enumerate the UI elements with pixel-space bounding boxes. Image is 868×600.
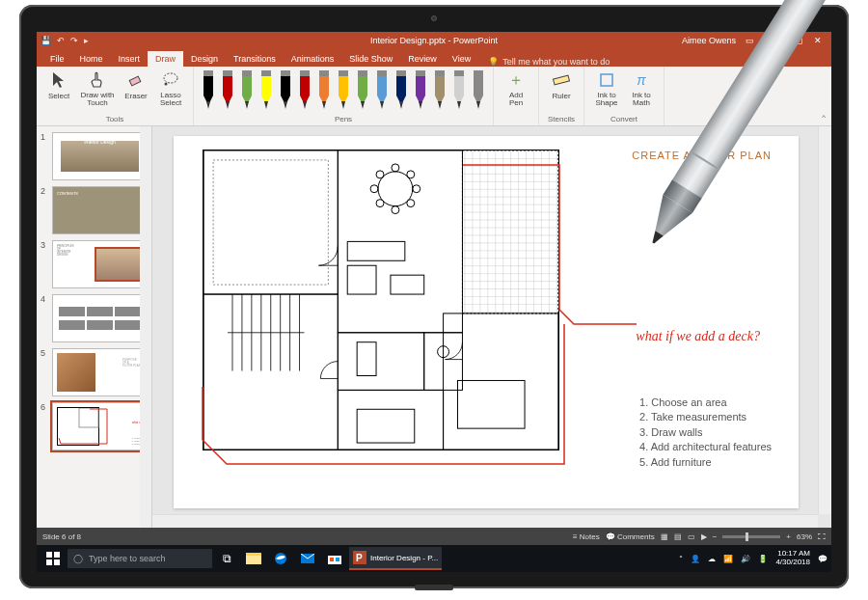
- pen-swatch[interactable]: [219, 70, 236, 109]
- svg-rect-40: [435, 70, 445, 76]
- svg-rect-0: [129, 76, 141, 86]
- view-normal-icon[interactable]: ▦: [661, 532, 668, 541]
- eraser-button[interactable]: Eraser: [120, 68, 152, 109]
- svg-rect-88: [54, 552, 60, 558]
- svg-marker-17: [284, 101, 287, 109]
- comments-button[interactable]: 💬 Comments: [606, 532, 655, 541]
- ruler-button[interactable]: Ruler: [545, 68, 578, 102]
- slide-thumbnail[interactable]: 6what if...1. Choose2. Take3. Draw: [41, 402, 148, 450]
- slide-thumbnail[interactable]: 5PURPOSEOF AFLOOR PLAN: [41, 348, 148, 396]
- slide-thumbnail[interactable]: 2CONTENTS: [41, 186, 148, 234]
- tab-slideshow[interactable]: Slide Show: [341, 51, 400, 67]
- windows-hardware-button[interactable]: [415, 585, 453, 590]
- eraser-label: Eraser: [124, 92, 148, 100]
- pen-swatch[interactable]: [200, 70, 217, 109]
- title-bar: 💾 ↶ ↷ ▸ Interior Design.pptx - PowerPoin…: [37, 32, 831, 49]
- edge-icon[interactable]: [268, 547, 293, 570]
- undo-icon[interactable]: ↶: [57, 36, 65, 45]
- vertical-scrollbar[interactable]: [818, 126, 831, 514]
- step-item: 4. Add architectural features: [639, 440, 772, 454]
- tab-review[interactable]: Review: [400, 51, 445, 67]
- battery-icon[interactable]: 🔋: [758, 555, 768, 563]
- tab-view[interactable]: View: [445, 51, 478, 67]
- volume-icon[interactable]: 🔊: [741, 555, 750, 563]
- slide-thumbnail[interactable]: 1Interior Design: [41, 132, 148, 180]
- pen-swatch[interactable]: [277, 70, 294, 109]
- zoom-slider[interactable]: [722, 535, 780, 538]
- pen-swatch[interactable]: [335, 70, 352, 109]
- task-view-icon[interactable]: ⧉: [214, 547, 239, 570]
- ink-to-shape-button[interactable]: Ink to Shape: [590, 68, 623, 109]
- svg-marker-11: [245, 101, 249, 109]
- tab-transitions[interactable]: Transitions: [226, 51, 284, 67]
- ribbon-options-icon[interactable]: ▭: [746, 36, 754, 45]
- zoom-level[interactable]: 63%: [797, 532, 812, 541]
- taskbar-app-powerpoint[interactable]: P Interior Design - P...: [349, 547, 442, 570]
- pen-swatch[interactable]: [238, 70, 256, 109]
- pen-swatch[interactable]: [393, 70, 410, 109]
- start-button[interactable]: [41, 547, 66, 570]
- slide-thumbnail[interactable]: 3PRINCIPLESOFINTERIORDESIGN: [41, 240, 148, 288]
- add-pen-button[interactable]: ＋ Add Pen: [500, 68, 532, 109]
- pen-swatch[interactable]: [258, 70, 275, 109]
- tab-home[interactable]: Home: [72, 51, 111, 67]
- fit-window-icon[interactable]: ⛶: [818, 532, 826, 541]
- thumbnail-scrollbar[interactable]: [140, 126, 151, 528]
- wifi-icon[interactable]: 📶: [723, 555, 733, 563]
- zoom-in-icon[interactable]: +: [786, 532, 791, 541]
- lasso-button[interactable]: Lasso Select: [154, 68, 187, 109]
- select-button[interactable]: Select: [42, 68, 75, 109]
- clock-date: 4/30/2018: [775, 559, 810, 567]
- pen-swatch[interactable]: [431, 70, 448, 109]
- redo-icon[interactable]: ↷: [70, 36, 78, 45]
- system-clock[interactable]: 10:17 AM 4/30/2018: [775, 550, 810, 567]
- slideshow-icon[interactable]: ▸: [84, 36, 89, 45]
- mail-icon[interactable]: [295, 547, 320, 570]
- slide-thumbnails[interactable]: 1Interior Design2CONTENTS3PRINCIPLESOFIN…: [37, 126, 152, 528]
- tab-insert[interactable]: Insert: [111, 51, 149, 67]
- zoom-out-icon[interactable]: −: [713, 532, 718, 541]
- tray-up-icon[interactable]: ˄: [679, 555, 683, 563]
- tab-design[interactable]: Design: [183, 51, 226, 67]
- svg-point-1: [164, 73, 177, 83]
- pen-swatch[interactable]: [296, 70, 313, 109]
- pen-swatch[interactable]: [412, 70, 429, 109]
- svg-rect-82: [338, 390, 443, 450]
- slide-canvas[interactable]: CREATE A FLOOR PLAN: [174, 136, 799, 508]
- window-title: Interior Design.pptx - PowerPoint: [370, 36, 498, 45]
- action-center-icon[interactable]: 💬: [818, 555, 827, 563]
- view-sorter-icon[interactable]: ▤: [674, 532, 682, 541]
- svg-marker-24: [339, 74, 348, 105]
- taskbar-search[interactable]: ◯ Type here to search: [68, 549, 212, 568]
- tell-me-search[interactable]: 💡 Tell me what you want to do: [488, 57, 610, 67]
- tab-animations[interactable]: Animations: [284, 51, 342, 67]
- explorer-icon[interactable]: [241, 547, 266, 570]
- view-slideshow-icon[interactable]: ▶: [701, 532, 707, 541]
- close-button[interactable]: ✕: [808, 36, 827, 45]
- add-pen-label: Add Pen: [502, 92, 530, 107]
- view-reading-icon[interactable]: ▭: [688, 532, 695, 541]
- horizontal-scrollbar[interactable]: [152, 514, 818, 528]
- store-icon[interactable]: [322, 547, 347, 570]
- onedrive-icon[interactable]: ☁: [708, 555, 716, 563]
- account-name[interactable]: Aimee Owens: [682, 36, 736, 45]
- pen-swatch[interactable]: [315, 70, 333, 109]
- save-icon[interactable]: 💾: [41, 36, 51, 45]
- pen-swatch[interactable]: [354, 70, 371, 109]
- tab-file[interactable]: File: [42, 51, 72, 67]
- tab-draw[interactable]: Draw: [148, 51, 183, 67]
- minimize-button[interactable]: —: [770, 36, 789, 45]
- pen-swatch[interactable]: [373, 70, 391, 109]
- svg-rect-97: [336, 558, 339, 561]
- thumbnail-preview: CONTENTS: [52, 186, 148, 234]
- slide-thumbnail[interactable]: 4: [41, 294, 148, 342]
- pen-swatch[interactable]: [470, 70, 487, 109]
- pens-group-label: Pens: [200, 115, 487, 123]
- pen-swatch[interactable]: [450, 70, 468, 109]
- collapse-ribbon-icon[interactable]: ^: [816, 109, 831, 125]
- notes-button[interactable]: ≡ Notes: [573, 532, 600, 541]
- draw-touch-button[interactable]: Draw with Touch: [77, 68, 118, 109]
- people-icon[interactable]: 👤: [691, 555, 700, 563]
- ink-to-math-button[interactable]: π Ink to Math: [625, 68, 658, 109]
- maximize-button[interactable]: ▢: [789, 36, 808, 45]
